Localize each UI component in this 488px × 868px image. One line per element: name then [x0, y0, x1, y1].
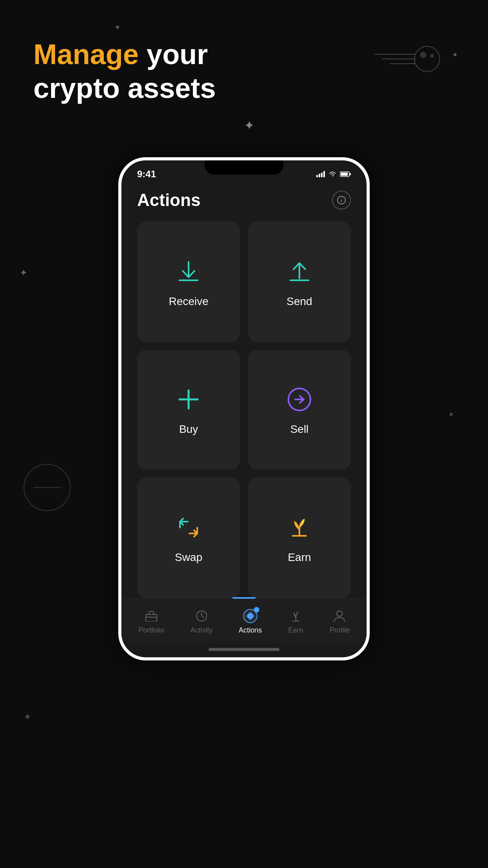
buy-action-card[interactable]: Buy — [137, 350, 240, 470]
circle-decoration — [24, 464, 71, 511]
profile-nav-label: Profile — [330, 626, 350, 634]
svg-point-2 — [430, 54, 434, 58]
nav-profile[interactable]: Profile — [324, 606, 356, 636]
status-icons — [316, 171, 351, 177]
earn-action-card[interactable]: Earn — [248, 478, 351, 598]
svg-rect-11 — [341, 173, 348, 176]
wifi-icon — [328, 171, 337, 177]
svg-rect-8 — [321, 173, 323, 177]
swap-icon — [173, 512, 204, 543]
svg-rect-12 — [350, 173, 351, 175]
svg-rect-6 — [316, 175, 318, 177]
buy-label: Buy — [179, 423, 198, 436]
activity-nav-icon — [194, 608, 209, 624]
actions-nav-badge — [254, 607, 259, 612]
sell-action-card[interactable]: Sell — [248, 350, 351, 470]
phone-notch — [205, 160, 283, 175]
portfolio-nav-label: Portfolio — [138, 626, 164, 634]
nav-activity[interactable]: Activity — [184, 606, 218, 636]
status-time: 9:41 — [137, 169, 156, 180]
svg-rect-9 — [323, 171, 325, 177]
actions-header: Actions — [137, 186, 351, 210]
earn-icon — [284, 512, 315, 543]
phone-mockup: 9:41 Actions — [118, 157, 370, 660]
battery-icon — [340, 171, 351, 177]
page-title: Actions — [137, 190, 200, 210]
profile-nav-icon — [332, 608, 347, 624]
header-line2: crypto assets — [33, 71, 216, 105]
earn-label: Earn — [288, 551, 311, 564]
bg-dot-4 — [26, 715, 29, 719]
sell-icon — [284, 384, 315, 415]
earn-nav-label: Earn — [288, 626, 303, 634]
nav-earn[interactable]: Earn — [282, 606, 310, 636]
receive-label: Receive — [169, 295, 208, 308]
header-text: Manage your crypto assets — [33, 37, 216, 105]
receive-action-card[interactable]: Receive — [137, 222, 240, 342]
svg-rect-26 — [146, 614, 157, 622]
nav-active-indicator — [232, 597, 256, 599]
svg-point-0 — [415, 46, 440, 72]
info-button[interactable] — [332, 191, 351, 210]
header-highlight: Manage — [33, 39, 139, 70]
receive-icon — [173, 256, 204, 287]
bg-dot-3 — [449, 413, 453, 416]
svg-point-1 — [420, 52, 426, 58]
comet-decoration — [370, 39, 441, 79]
activity-nav-label: Activity — [190, 626, 213, 634]
info-icon — [337, 195, 346, 205]
nav-actions[interactable]: Actions — [233, 606, 268, 636]
swap-label: Swap — [175, 551, 202, 564]
header-rest: your — [139, 39, 208, 70]
svg-rect-7 — [319, 174, 320, 177]
earn-nav-icon — [288, 608, 304, 624]
star-decoration-2: ✦ — [20, 267, 28, 278]
home-bar — [209, 648, 279, 651]
phone-content: Actions Rec — [121, 182, 367, 657]
svg-point-35 — [337, 611, 342, 616]
actions-grid: Receive Send — [137, 222, 351, 598]
buy-icon — [173, 384, 204, 415]
actions-nav-icon — [242, 608, 258, 624]
nav-portfolio[interactable]: Portfolio — [132, 606, 170, 636]
portfolio-nav-icon — [143, 608, 159, 624]
actions-nav-label: Actions — [238, 626, 262, 634]
send-icon — [284, 256, 315, 287]
send-action-card[interactable]: Send — [248, 222, 351, 342]
signal-icon — [316, 171, 325, 177]
bg-dot-1 — [116, 26, 119, 29]
send-label: Send — [286, 295, 312, 308]
star-decoration-1: ✦ — [244, 118, 255, 133]
home-indicator — [121, 642, 367, 657]
swap-action-card[interactable]: Swap — [137, 478, 240, 598]
bg-dot-2 — [453, 53, 457, 56]
sell-label: Sell — [290, 423, 309, 436]
bottom-nav: Portfolio Activity — [121, 598, 367, 642]
